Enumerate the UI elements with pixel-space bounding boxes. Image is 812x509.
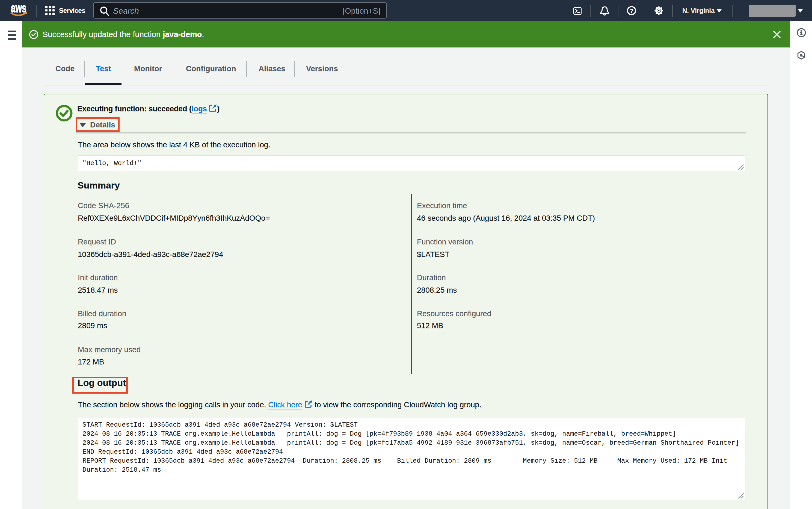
svg-text:?: ? <box>630 8 633 14</box>
